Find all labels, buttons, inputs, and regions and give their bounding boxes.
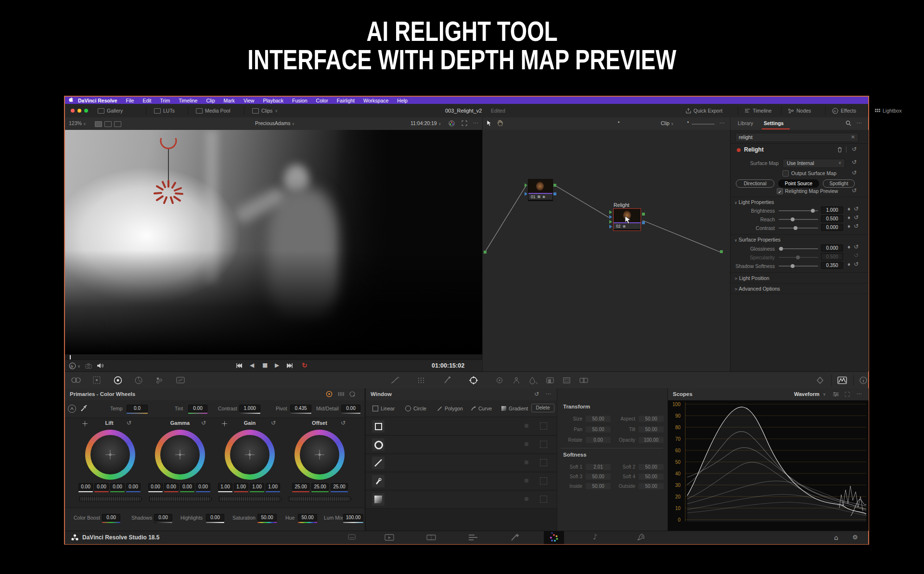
lift-reset-icon[interactable]: ↺ bbox=[127, 420, 131, 426]
gain-blue-value[interactable]: 1.00 bbox=[266, 483, 280, 490]
viewer-zoom-select[interactable]: 123% ∨ bbox=[69, 120, 86, 126]
stereo-tool-icon[interactable] bbox=[578, 376, 590, 385]
window-tool-polygon[interactable]: Polygon bbox=[437, 402, 463, 415]
surface-map-reset-icon[interactable]: ↺ bbox=[852, 159, 857, 165]
reach-reset-icon[interactable]: ↺ bbox=[854, 215, 859, 220]
minimize-window-button[interactable] bbox=[77, 109, 81, 113]
brightness-slider[interactable] bbox=[779, 210, 818, 211]
keyboard-icon[interactable] bbox=[348, 534, 356, 541]
clips-button[interactable]: Clips ∨ bbox=[252, 104, 278, 117]
node-zoom-dot-icon[interactable]: • bbox=[617, 120, 620, 125]
media-pool-button[interactable]: Media Pool bbox=[196, 104, 231, 117]
hue-field[interactable]: 50.00 bbox=[298, 514, 317, 523]
menu-item-fusion[interactable]: Fusion bbox=[292, 98, 308, 103]
lift-master-value[interactable]: 0.00 bbox=[78, 483, 93, 490]
gamma-red-value[interactable]: 0.00 bbox=[164, 483, 179, 490]
key-tool-icon[interactable] bbox=[544, 376, 556, 385]
brightness-slider-knob[interactable] bbox=[811, 209, 815, 213]
row-mask-icon[interactable] bbox=[540, 496, 547, 503]
menu-item-playback[interactable]: Playback bbox=[263, 98, 283, 103]
gain-color-wheel[interactable] bbox=[225, 430, 275, 480]
shadow-softness-value[interactable]: 0.350 bbox=[821, 262, 843, 269]
node-slider-dot-icon[interactable]: • bbox=[687, 120, 689, 125]
viewer-depth-map-preview[interactable] bbox=[65, 130, 482, 354]
window-tool-circle[interactable]: Circle bbox=[405, 402, 426, 415]
highlights-field[interactable]: 0.00 bbox=[206, 514, 224, 523]
light-contrast-keyframe-icon[interactable]: ♦ bbox=[847, 224, 851, 229]
gain-master-value[interactable]: 1.00 bbox=[218, 483, 232, 490]
viewer-options-icon[interactable]: ⋯ bbox=[473, 120, 478, 126]
color-viewer-icon[interactable] bbox=[449, 120, 455, 128]
window-row-polygon[interactable] bbox=[366, 454, 557, 472]
node-cursor-tool-icon[interactable] bbox=[487, 120, 492, 128]
waveform-scope[interactable]: 100 90 80 70 60 50 40 30 20 10 0 bbox=[668, 400, 869, 531]
section-surface-properties[interactable]: ∨ Surface Properties bbox=[734, 237, 781, 242]
viewer-layout-grid-icon[interactable] bbox=[104, 121, 112, 127]
window-row-gradient[interactable] bbox=[366, 491, 557, 509]
blur-tool-icon[interactable] bbox=[527, 376, 539, 385]
viewer-layout-single-icon[interactable] bbox=[95, 121, 102, 127]
magic-mask-icon[interactable] bbox=[510, 376, 523, 385]
menu-item-help[interactable]: Help bbox=[397, 98, 408, 103]
row-flag-icon[interactable] bbox=[525, 460, 528, 464]
tab-settings[interactable]: Settings bbox=[764, 120, 783, 126]
gamma-master-value[interactable]: 0.00 bbox=[148, 483, 163, 490]
gamma-green-value[interactable]: 0.00 bbox=[180, 483, 194, 490]
scopes-panel-icon[interactable] bbox=[836, 376, 848, 385]
window-row-linear[interactable] bbox=[366, 418, 557, 436]
glossiness-value[interactable]: 0.000 bbox=[821, 244, 843, 252]
settings-options-icon[interactable]: ⋯ bbox=[857, 120, 862, 126]
light-type-point-source-button[interactable]: Point Source bbox=[778, 179, 819, 188]
window-row-circle[interactable] bbox=[366, 436, 557, 454]
lift-color-wheel[interactable] bbox=[85, 430, 135, 480]
menu-item-clip[interactable]: Clip bbox=[206, 98, 215, 103]
fx-bypass-select[interactable]: fx ∨ bbox=[69, 362, 80, 370]
section-advanced-options[interactable]: > Advanced Options bbox=[734, 286, 780, 292]
node-01-rgb-output[interactable] bbox=[553, 184, 556, 187]
gamma-master-wheel[interactable] bbox=[148, 496, 212, 502]
section-light-position[interactable]: > Light Position bbox=[734, 275, 770, 281]
temp-field[interactable]: 0.0 bbox=[127, 405, 148, 414]
row-flag-icon[interactable] bbox=[525, 442, 528, 446]
node-02-rgb-input[interactable] bbox=[609, 210, 612, 214]
mid-detail-field[interactable]: 0.00 bbox=[341, 405, 360, 414]
plugin-reset-icon[interactable]: ↺ bbox=[852, 146, 857, 152]
offset-blue-value[interactable]: 25.00 bbox=[331, 483, 348, 490]
nodes-button[interactable]: Nodes bbox=[788, 104, 811, 117]
lift-blue-value[interactable]: 0.00 bbox=[126, 483, 141, 490]
relighting-map-preview-checkbox[interactable]: ✓ bbox=[777, 188, 783, 194]
node-02-aux2-input[interactable] bbox=[609, 225, 612, 229]
pivot-field[interactable]: 0.435 bbox=[290, 405, 311, 414]
window-row-curve[interactable] bbox=[366, 472, 557, 491]
expand-viewer-icon[interactable] bbox=[462, 120, 467, 127]
output-surface-map-checkbox[interactable] bbox=[783, 170, 789, 177]
page-fusion-icon[interactable] bbox=[509, 533, 524, 543]
contrast-field[interactable]: 1.000 bbox=[239, 405, 260, 414]
gain-wheel-inner[interactable] bbox=[230, 435, 270, 474]
window-tool-gradient[interactable]: Gradient bbox=[501, 402, 528, 415]
surface-map-select[interactable]: Use Internal ∨ bbox=[783, 159, 845, 168]
shadow-softness-slider-knob[interactable] bbox=[791, 264, 795, 268]
menu-item-color[interactable]: Color bbox=[316, 98, 328, 103]
light-position-gizmo[interactable] bbox=[142, 130, 209, 217]
row-mask-icon[interactable] bbox=[540, 441, 547, 448]
lightbox-button[interactable]: Lightbox bbox=[874, 104, 902, 117]
node-01-rgb-input[interactable] bbox=[525, 183, 527, 187]
scope-expand-icon[interactable] bbox=[844, 391, 850, 398]
offset-red-value[interactable]: 25.00 bbox=[292, 483, 309, 490]
node-02-rgb-output[interactable] bbox=[642, 213, 645, 216]
luts-button[interactable]: LUTs bbox=[154, 104, 175, 117]
play-reverse-button[interactable]: ◀ bbox=[250, 362, 254, 369]
brightness-keyframe-icon[interactable]: ♦ bbox=[847, 207, 851, 212]
glossiness-keyframe-icon[interactable]: ♦ bbox=[847, 245, 851, 250]
go-to-end-button[interactable] bbox=[286, 363, 293, 370]
gamma-reset-icon[interactable]: ↺ bbox=[201, 420, 206, 426]
menu-app-name[interactable]: DaVinci Resolve bbox=[78, 98, 117, 103]
light-type-directional-button[interactable]: Directional bbox=[736, 179, 774, 188]
menu-item-trim[interactable]: Trim bbox=[160, 98, 170, 103]
node-zoom-slider[interactable] bbox=[692, 124, 715, 125]
window-tool-linear[interactable]: Linear bbox=[372, 402, 395, 415]
offset-color-wheel[interactable] bbox=[295, 430, 345, 480]
offset-wheel-inner[interactable] bbox=[300, 435, 339, 474]
log-mode-icon[interactable] bbox=[349, 391, 356, 398]
